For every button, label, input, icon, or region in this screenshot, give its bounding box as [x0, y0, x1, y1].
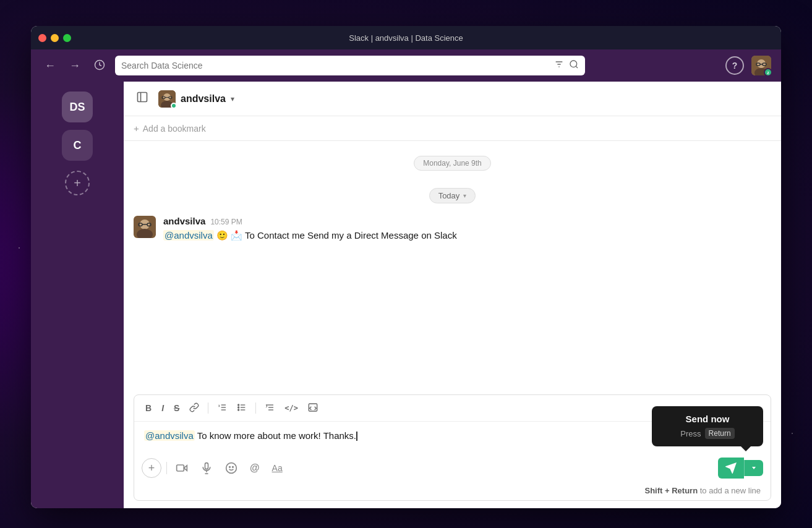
- svg-marker-48: [727, 464, 736, 473]
- help-button[interactable]: ?: [725, 56, 744, 75]
- link-button[interactable]: [186, 400, 203, 416]
- cursor: [356, 432, 357, 441]
- mic-button[interactable]: [197, 459, 216, 477]
- message-mention: @andvsilva: [163, 230, 214, 241]
- search-bar: [115, 56, 585, 75]
- message-time: 10:59 PM: [210, 218, 242, 226]
- bookmark-bar: + Add a bookmark: [124, 116, 781, 141]
- italic-button[interactable]: I: [158, 401, 168, 415]
- workspace-c-button[interactable]: C: [62, 130, 93, 161]
- svg-rect-12: [138, 93, 147, 102]
- code-button[interactable]: </>: [281, 402, 302, 414]
- indent-button[interactable]: [261, 400, 278, 416]
- toolbar-divider-1: [208, 402, 208, 414]
- code-block-button[interactable]: [304, 400, 322, 416]
- date-chevron-icon: ▾: [463, 192, 466, 199]
- channel-name: andvsilva: [181, 93, 226, 104]
- user-avatar-toolbar[interactable]: z: [751, 56, 771, 75]
- send-button[interactable]: [718, 458, 744, 479]
- messages-area[interactable]: Monday, June 9th Today ▾: [124, 141, 781, 387]
- svg-rect-41: [205, 463, 208, 469]
- svg-point-32: [238, 404, 239, 406]
- chat-area: andvsilva ▾ + Add a bookmark Monday, Jun…: [124, 82, 781, 508]
- message-header: andvsilva 10:59 PM: [163, 216, 771, 226]
- svg-point-4: [570, 61, 577, 67]
- bookmark-text: Add a bookmark: [143, 124, 206, 134]
- composer-mention: @andvsilva: [144, 430, 195, 441]
- bookmark-plus-icon: +: [134, 123, 139, 134]
- sidebar-toggle-button[interactable]: [134, 88, 151, 109]
- svg-point-34: [238, 409, 239, 411]
- composer-footer: +: [134, 453, 771, 483]
- sidebar: DS C +: [31, 82, 124, 508]
- search-input[interactable]: [121, 61, 549, 70]
- chat-header: andvsilva ▾: [124, 82, 781, 116]
- message-row: andvsilva 10:59 PM @andvsilva 🙂 📩 To Con…: [134, 216, 771, 243]
- tooltip-shortcut: Press Return: [663, 428, 752, 439]
- svg-point-7: [757, 59, 766, 68]
- filter-icon[interactable]: [554, 59, 564, 72]
- channel-avatar: [158, 90, 176, 108]
- press-label: Press: [680, 429, 701, 438]
- strikethrough-button[interactable]: S: [170, 401, 183, 415]
- shift-hint: Shift + Return to add a new line: [134, 483, 771, 500]
- tooltip-title: Send now: [663, 414, 752, 424]
- workspace-ds-button[interactable]: DS: [62, 92, 93, 122]
- send-dropdown-button[interactable]: [744, 460, 763, 476]
- title-bar: Slack | andvsilva | Data Science: [31, 26, 781, 49]
- unordered-list-button[interactable]: [233, 400, 250, 416]
- minimize-button[interactable]: [51, 34, 59, 42]
- date-pill-today: Today ▾: [134, 188, 771, 203]
- video-button[interactable]: [172, 459, 192, 477]
- emoji-button[interactable]: [221, 459, 241, 477]
- main-area: DS C +: [31, 82, 781, 508]
- send-btn-group: Send now Press Return: [718, 458, 763, 479]
- toolbar-divider-2: [255, 402, 256, 414]
- window-title: Slack | andvsilva | Data Science: [349, 33, 463, 43]
- svg-rect-39: [177, 465, 184, 471]
- send-tooltip: Send now Press Return: [652, 406, 763, 446]
- window-controls: [38, 34, 71, 42]
- back-button[interactable]: ←: [41, 57, 59, 74]
- close-button[interactable]: [38, 34, 46, 42]
- message-username: andvsilva: [163, 216, 205, 226]
- message-avatar: [134, 216, 156, 238]
- maximize-button[interactable]: [63, 34, 71, 42]
- message-body: @andvsilva 🙂 📩 To Contact me Send my a D…: [163, 229, 771, 243]
- format-button[interactable]: Aa: [268, 461, 286, 475]
- ordered-list-button[interactable]: [213, 400, 231, 416]
- add-attachment-button[interactable]: +: [142, 458, 161, 478]
- channel-status-dot: [171, 103, 177, 109]
- message-content: andvsilva 10:59 PM @andvsilva 🙂 📩 To Con…: [163, 216, 771, 243]
- add-workspace-button[interactable]: +: [65, 171, 90, 195]
- channel-info: andvsilva ▾: [158, 90, 234, 108]
- date-today-label: Today: [438, 191, 460, 200]
- toolbar-right: ? z: [725, 56, 771, 75]
- svg-point-33: [238, 407, 239, 408]
- app-window: Slack | andvsilva | Data Science ← →: [31, 26, 781, 508]
- date-pill-prev: Monday, June 9th: [134, 156, 771, 171]
- toolbar: ← →: [31, 49, 781, 82]
- date-prev-label: Monday, June 9th: [423, 159, 482, 168]
- search-icon[interactable]: [569, 59, 579, 72]
- composer: B I S: [134, 394, 771, 501]
- history-button[interactable]: [90, 57, 109, 75]
- svg-point-46: [233, 467, 234, 468]
- channel-chevron-icon[interactable]: ▾: [231, 95, 234, 103]
- svg-line-5: [576, 66, 578, 68]
- return-key: Return: [705, 428, 735, 439]
- mention-button[interactable]: @: [246, 460, 263, 476]
- svg-point-45: [229, 467, 231, 468]
- bold-button[interactable]: B: [142, 401, 155, 415]
- composer-body: To know more about me work! Thanks.: [195, 430, 356, 441]
- footer-divider-1: [166, 462, 167, 474]
- forward-button[interactable]: →: [66, 57, 84, 74]
- svg-marker-49: [752, 467, 756, 469]
- svg-point-44: [226, 463, 237, 474]
- user-status-dot: z: [764, 68, 772, 77]
